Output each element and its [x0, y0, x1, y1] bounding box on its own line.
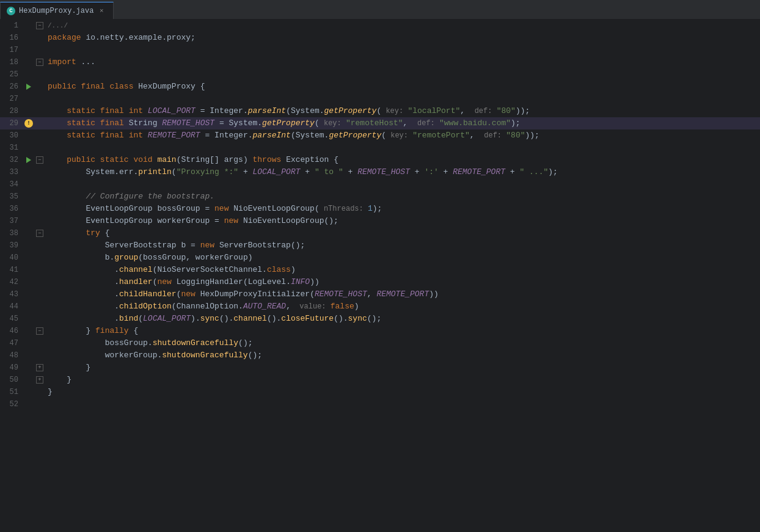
line-number: 34: [0, 178, 23, 191]
fold-indicator[interactable]: −: [36, 156, 43, 164]
code-line: /.../: [45, 20, 760, 32]
code-line: [45, 142, 760, 154]
line-row: 16package io.netty.example.proxy;: [0, 32, 760, 44]
line-row: 17: [0, 44, 760, 56]
code-line: [45, 44, 760, 56]
code-line: .channel(NioServerSocketChannel.class): [45, 264, 760, 276]
code-area: 1−/.../16package io.netty.example.proxy;…: [0, 20, 760, 532]
line-number: 45: [0, 313, 23, 325]
line-number: 31: [0, 142, 23, 154]
line-row: 48 workerGroup.shutdownGracefully();: [0, 349, 760, 362]
line-number: 47: [0, 337, 23, 349]
code-line: }: [45, 386, 760, 398]
line-row: 32− public static void main(String[] arg…: [0, 154, 760, 166]
code-line: System.err.println("Proxying *:" + LOCAL…: [45, 166, 760, 178]
code-line: EventLoopGroup workerGroup = new NioEven…: [45, 215, 760, 227]
line-number: 33: [0, 166, 23, 178]
line-number: 26: [0, 81, 23, 93]
run-icon[interactable]: [26, 84, 31, 90]
line-row: 33 System.err.println("Proxying *:" + LO…: [0, 166, 760, 178]
line-row: 27: [0, 93, 760, 105]
line-number: 32: [0, 154, 23, 166]
tab-file-icon: C: [7, 7, 15, 15]
line-row: 40 b.group(bossGroup, workerGroup): [0, 252, 760, 264]
line-number: 40: [0, 252, 23, 264]
code-line: } finally {: [45, 325, 760, 337]
fold-indicator[interactable]: +: [36, 376, 43, 384]
line-row: 30 static final int REMOTE_PORT = Intege…: [0, 129, 760, 142]
line-number: 28: [0, 105, 23, 117]
line-row: 51}: [0, 386, 760, 398]
code-line: }: [45, 374, 760, 386]
fold-indicator[interactable]: +: [36, 364, 43, 371]
line-number: 46: [0, 325, 23, 337]
code-line: workerGroup.shutdownGracefully();: [45, 349, 760, 362]
code-line: bossGroup.shutdownGracefully();: [45, 337, 760, 349]
code-line: ServerBootstrap b = new ServerBootstrap(…: [45, 239, 760, 252]
line-number: 43: [0, 288, 23, 301]
fold-indicator[interactable]: −: [36, 22, 43, 29]
code-line: [45, 398, 760, 410]
line-row: 28 static final int LOCAL_PORT = Integer…: [0, 105, 760, 117]
code-line: public final class HexDumpProxy {: [45, 81, 760, 93]
line-row: 38− try {: [0, 227, 760, 239]
code-line: static final String REMOTE_HOST = System…: [45, 117, 760, 129]
code-line: public static void main(String[] args) t…: [45, 154, 760, 166]
code-line: [45, 93, 760, 105]
fold-indicator[interactable]: −: [36, 327, 43, 335]
line-row: 52: [0, 398, 760, 410]
line-row: 25: [0, 68, 760, 81]
code-line: import ...: [45, 56, 760, 68]
editor-container: 1−/.../16package io.netty.example.proxy;…: [0, 20, 760, 532]
code-line: .handler(new LoggingHandler(LogLevel.INF…: [45, 276, 760, 288]
line-row: 34: [0, 178, 760, 191]
line-row: 26public final class HexDumpProxy {: [0, 81, 760, 93]
line-row: 18−import ...: [0, 56, 760, 68]
code-line: static final int REMOTE_PORT = Integer.p…: [45, 129, 760, 142]
line-number: 17: [0, 44, 23, 56]
code-line: .bind(LOCAL_PORT).sync().channel().close…: [45, 313, 760, 325]
code-line: try {: [45, 227, 760, 239]
code-line: // Configure the bootstrap.: [45, 191, 760, 203]
line-row: 46− } finally {: [0, 325, 760, 337]
line-number: 39: [0, 239, 23, 252]
line-number: 48: [0, 349, 23, 362]
line-number: 49: [0, 362, 23, 374]
line-row: 36 EventLoopGroup bossGroup = new NioEve…: [0, 203, 760, 215]
line-row: 50+ }: [0, 374, 760, 386]
line-number: 18: [0, 56, 23, 68]
line-number: 41: [0, 264, 23, 276]
line-row: 44 .childOption(ChannelOption.AUTO_READ,…: [0, 301, 760, 313]
line-number: 27: [0, 93, 23, 105]
line-row: 29! static final String REMOTE_HOST = Sy…: [0, 117, 760, 129]
code-line: [45, 178, 760, 191]
tab-bar: C HexDumpProxy.java ×: [0, 0, 760, 20]
line-number: 35: [0, 191, 23, 203]
line-number: 30: [0, 129, 23, 142]
warning-icon: !: [24, 119, 33, 128]
code-line: [45, 68, 760, 81]
line-row: 45 .bind(LOCAL_PORT).sync().channel().cl…: [0, 313, 760, 325]
code-line: .childHandler(new HexDumpProxyInitialize…: [45, 288, 760, 301]
tab-close-button[interactable]: ×: [97, 7, 106, 15]
line-number: 38: [0, 227, 23, 239]
line-number: 50: [0, 374, 23, 386]
tab-hexdumpproxy[interactable]: C HexDumpProxy.java ×: [0, 2, 114, 19]
run-icon[interactable]: [26, 157, 31, 163]
line-row: 49+ }: [0, 362, 760, 374]
fold-indicator[interactable]: −: [36, 59, 43, 66]
line-row: 31: [0, 142, 760, 154]
line-row: 37 EventLoopGroup workerGroup = new NioE…: [0, 215, 760, 227]
code-line: package io.netty.example.proxy;: [45, 32, 760, 44]
code-line: .childOption(ChannelOption.AUTO_READ, va…: [45, 301, 760, 313]
line-number: 42: [0, 276, 23, 288]
line-row: 43 .childHandler(new HexDumpProxyInitial…: [0, 288, 760, 301]
line-number: 36: [0, 203, 23, 215]
code-line: b.group(bossGroup, workerGroup): [45, 252, 760, 264]
line-row: 42 .handler(new LoggingHandler(LogLevel.…: [0, 276, 760, 288]
line-number: 16: [0, 32, 23, 44]
fold-indicator[interactable]: −: [36, 230, 43, 237]
line-number: 52: [0, 398, 23, 410]
code-line: EventLoopGroup bossGroup = new NioEventL…: [45, 203, 760, 215]
code-line: static final int LOCAL_PORT = Integer.pa…: [45, 105, 760, 117]
